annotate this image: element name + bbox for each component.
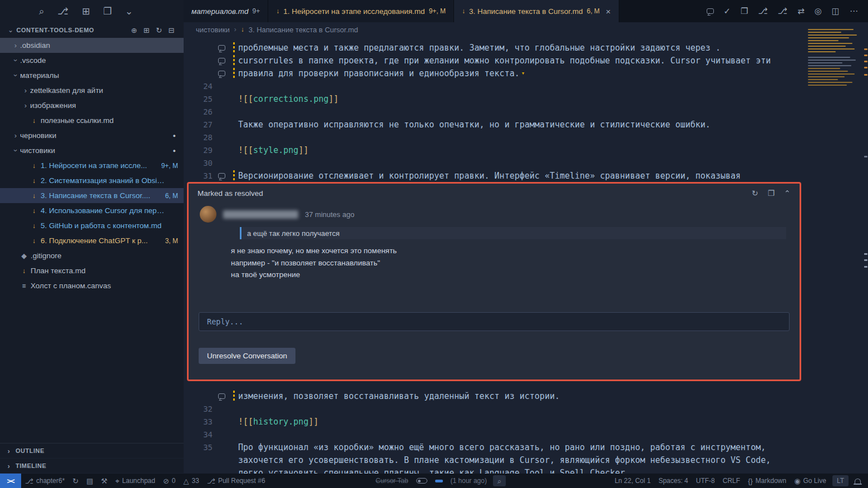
tree-file[interactable]: ↓5. GitHub и работа с контентом.md — [0, 218, 184, 233]
remote-indicator[interactable]: >< — [0, 474, 21, 488]
tree-file[interactable]: ◆.gitignore — [0, 248, 184, 263]
comment-gutter-icon[interactable] — [213, 393, 230, 399]
tree-file[interactable]: ↓3. Написание текста в Cursor....6, M — [0, 188, 184, 203]
comment-gutter-icon[interactable] — [213, 71, 230, 76]
section-timeline[interactable]: › TIMELINE — [0, 459, 184, 474]
cursor-tab-toggle[interactable] — [412, 474, 431, 488]
chevron-collapsed-icon[interactable]: › — [11, 41, 20, 50]
errors-indicator[interactable]: ⊘0 — [159, 474, 180, 488]
tree-folder[interactable]: ›чистовики● — [0, 143, 184, 158]
go-live[interactable]: ◉Go Live — [790, 474, 830, 488]
tree-folder[interactable]: ›материалы — [0, 68, 184, 83]
tree-folder[interactable]: ›.obsidian — [0, 38, 184, 53]
reply-box[interactable] — [199, 312, 790, 331]
overview-ruler[interactable] — [863, 22, 868, 474]
duplicate-icon[interactable]: ❐ — [768, 189, 775, 198]
tree-file[interactable]: ↓4. Использование Cursor для перево... — [0, 203, 184, 218]
notifications-bell[interactable] — [851, 474, 865, 488]
pr-changes-icon[interactable]: ⎇ — [778, 6, 787, 16]
open-preview-icon[interactable]: ❐ — [741, 6, 748, 16]
tasks-check-icon[interactable]: ✓ — [724, 6, 731, 16]
chevron-expanded-icon[interactable]: › — [12, 71, 20, 80]
tab-materialov[interactable]: материалов.md9+ — [184, 0, 268, 22]
code-line[interactable]: легко установить специальные плагины, та… — [184, 466, 868, 474]
breadcrumb-file[interactable]: 3. Написание текста в Cursor.md — [249, 26, 358, 34]
breadcrumb-folder[interactable]: чистовики — [196, 26, 230, 34]
tab-neuroseti[interactable]: ↓1. Нейросети на этапе исследования.md9+… — [268, 0, 454, 22]
swap-icon[interactable]: ⇄ — [797, 6, 805, 16]
new-file-icon[interactable]: ⊕ — [131, 26, 137, 34]
search-icon[interactable]: ⌕ — [39, 7, 45, 16]
comment-gutter-icon[interactable] — [213, 58, 230, 63]
code-line[interactable]: захочется его усовершенствовать. В плане… — [184, 454, 868, 466]
code-editor[interactable]: проблемные места и также предлагаются пр… — [184, 37, 868, 474]
search-status[interactable]: ⌕ — [493, 475, 506, 486]
code-line[interactable]: 24 — [184, 80, 868, 92]
sync-icon[interactable]: ↻ — [68, 474, 82, 488]
explorer-title-row[interactable]: ⌄ CONTENT-TOOLS-DEMO — [8, 26, 131, 34]
chevron-expanded-icon[interactable]: › — [12, 146, 20, 155]
tab-cursor[interactable]: ↓3. Написание текста в Cursor.md6, M× — [454, 0, 619, 22]
cursor-position[interactable]: Ln 22, Col 1 — [611, 474, 655, 488]
code-line[interactable]: 25![[corrections.png]] — [184, 92, 868, 105]
refresh-icon[interactable]: ↻ — [752, 189, 758, 198]
tree-file[interactable]: ↓полезные ссылки.md — [0, 113, 184, 128]
code-line[interactable]: правила для проверки правописания и един… — [184, 67, 868, 80]
tree-folder[interactable]: ›zettelkasten для айти — [0, 83, 184, 98]
eol-sequence[interactable]: CRLF — [719, 474, 744, 488]
languagetool[interactable]: LT — [832, 475, 849, 486]
code-line[interactable]: 29![[style.png]] — [184, 144, 868, 156]
split-editor-icon[interactable]: ◫ — [832, 6, 840, 16]
tree-file[interactable]: ↓2. Систематизация знаний в Obsidian... — [0, 173, 184, 188]
explorer-header[interactable]: ⌄ CONTENT-TOOLS-DEMO ⊕⊞↻⊟ — [0, 22, 184, 38]
section-outline[interactable]: › OUTLINE — [0, 443, 184, 459]
tree-folder[interactable]: ›.vscode — [0, 53, 184, 68]
chevron-expanded-icon[interactable]: › — [12, 56, 20, 65]
comment-gutter-icon[interactable] — [213, 173, 230, 179]
launchpad[interactable]: ⌖Launchpad — [111, 474, 159, 488]
cursor-tab[interactable]: Cursor Tab — [372, 474, 412, 488]
chevron-down-icon[interactable]: ⌄ — [125, 7, 133, 16]
chevron-collapsed-icon[interactable]: › — [21, 86, 30, 95]
language-mode[interactable]: {}Markdown — [744, 474, 790, 488]
extensions-icon[interactable]: ⊞ — [82, 7, 90, 16]
code-line[interactable]: cursorrules в папке проекта, где при жел… — [184, 54, 868, 67]
code-line[interactable]: 27Также оперативно исправляются не тольк… — [184, 118, 868, 131]
code-line[interactable]: 32 — [184, 402, 868, 415]
chevron-collapsed-icon[interactable]: › — [21, 101, 30, 110]
code-line[interactable]: 28 — [184, 131, 868, 144]
source-control-icon[interactable]: ⎇ — [58, 7, 69, 16]
collapse-all-icon[interactable]: ⊟ — [169, 26, 175, 34]
tree-file[interactable]: ≡Холст с планом.canvas — [0, 278, 184, 293]
tree-file[interactable]: ↓План текста.md — [0, 263, 184, 278]
progress-bar[interactable] — [431, 474, 447, 488]
reply-input[interactable] — [207, 317, 781, 326]
open-editors-icon[interactable]: ❐ — [103, 7, 111, 16]
warnings-indicator[interactable]: △33 — [180, 474, 203, 488]
code-line[interactable]: проблемные места и также предлагаются пр… — [184, 41, 868, 54]
pr-description-icon[interactable]: ⎇ — [758, 6, 768, 16]
minimap[interactable] — [808, 29, 861, 87]
close-icon[interactable]: × — [606, 7, 611, 16]
refresh-icon[interactable]: ↻ — [156, 26, 162, 34]
git-branch[interactable]: ⎇chapter6* — [21, 474, 68, 488]
chevron-collapsed-icon[interactable]: › — [11, 131, 20, 140]
code-line[interactable]: 34 — [184, 428, 868, 441]
last-edit-time[interactable]: (1 hour ago) — [447, 474, 491, 488]
encoding[interactable]: UTF-8 — [692, 474, 719, 488]
code-line[interactable]: изменения, позволяет восстанавливать уда… — [184, 390, 868, 402]
tree-folder[interactable]: ›черновики● — [0, 128, 184, 143]
unresolve-conversation-button[interactable]: Unresolve Conversation — [199, 348, 295, 364]
collapse-thread-icon[interactable]: ⌄ — [784, 189, 791, 198]
tree-file[interactable]: ↓6. Подключение ChatGPT к р...3, M — [0, 233, 184, 248]
comments-icon[interactable] — [707, 8, 714, 14]
code-line[interactable]: 33![[history.png]] — [184, 415, 868, 428]
layout-icon[interactable]: ▤ — [82, 474, 97, 488]
new-folder-icon[interactable]: ⊞ — [144, 26, 150, 34]
tree-file[interactable]: ↓1. Нейросети на этапе иссле...9+, M — [0, 158, 184, 173]
code-line[interactable]: 31Версионирование отслеживает и контроли… — [184, 169, 868, 182]
tools-icon[interactable]: ⚒ — [97, 474, 112, 488]
code-line[interactable]: 26 — [184, 105, 868, 118]
avatar[interactable] — [200, 206, 216, 223]
code-line[interactable]: 30 — [184, 156, 868, 169]
